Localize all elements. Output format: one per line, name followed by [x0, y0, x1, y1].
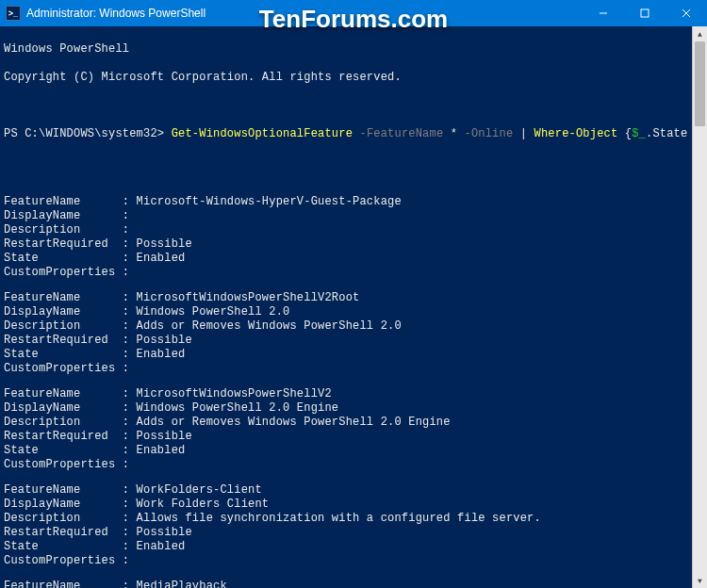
feature-row-restartrequired: RestartRequired : Possible	[4, 430, 703, 444]
feature-row-restartrequired: RestartRequired : Possible	[4, 237, 703, 252]
feature-row-displayname: DisplayName :	[4, 209, 703, 223]
feature-row-featurename: FeatureName : MicrosoftWindowsPowerShell…	[4, 387, 703, 401]
feature-row-displayname: DisplayName : Work Folders Client	[4, 498, 703, 512]
feature-row-state: State : Enabled	[4, 444, 703, 458]
feature-row-description: Description : Adds or Removes Windows Po…	[4, 319, 703, 334]
feature-row-featurename: FeatureName : Microsoft-Windows-HyperV-G…	[4, 195, 703, 209]
scroll-up-arrow[interactable]: ▲	[693, 26, 707, 41]
powershell-icon: >_	[6, 6, 21, 21]
feature-row-customproperties: CustomProperties :	[4, 362, 703, 376]
copyright-line: Copyright (C) Microsoft Corporation. All…	[4, 71, 703, 85]
feature-block: FeatureName : MicrosoftWindowsPowerShell…	[4, 291, 703, 376]
feature-row-state: State : Enabled	[4, 540, 703, 554]
feature-row-restartrequired: RestartRequired : Possible	[4, 334, 703, 348]
feature-row-customproperties: CustomProperties :	[4, 266, 703, 280]
feature-block: FeatureName : MicrosoftWindowsPowerShell…	[4, 387, 703, 472]
feature-row-customproperties: CustomProperties :	[4, 458, 703, 472]
feature-block: FeatureName : Microsoft-Windows-HyperV-G…	[4, 195, 703, 280]
window-titlebar: >_ Administrator: Windows PowerShell	[0, 0, 707, 26]
feature-row-description: Description :	[4, 223, 703, 237]
feature-row-description: Description : Allows file synchronizatio…	[4, 512, 703, 526]
feature-row-featurename: FeatureName : MediaPlayback	[4, 580, 703, 588]
scroll-track[interactable]	[693, 41, 707, 573]
maximize-button[interactable]	[624, 0, 666, 26]
vertical-scrollbar[interactable]: ▲ ▼	[692, 26, 707, 588]
feature-row-state: State : Enabled	[4, 348, 703, 362]
prompt-line: PS C:\WINDOWS\system32> Get-WindowsOptio…	[4, 127, 703, 141]
feature-row-customproperties: CustomProperties :	[4, 554, 703, 568]
feature-row-displayname: DisplayName : Windows PowerShell 2.0 Eng…	[4, 401, 703, 416]
close-button[interactable]	[666, 0, 707, 26]
scroll-down-arrow[interactable]: ▼	[693, 573, 707, 588]
feature-row-displayname: DisplayName : Windows PowerShell 2.0	[4, 305, 703, 319]
header-line: Windows PowerShell	[4, 42, 703, 57]
window-controls	[583, 0, 707, 26]
feature-row-featurename: FeatureName : MicrosoftWindowsPowerShell…	[4, 291, 703, 305]
feature-block: FeatureName : WorkFolders-ClientDisplayN…	[4, 483, 703, 568]
minimize-button[interactable]	[583, 0, 624, 26]
feature-row-restartrequired: RestartRequired : Possible	[4, 526, 703, 540]
feature-block: FeatureName : MediaPlaybackDisplayName :…	[4, 580, 703, 588]
window-title: Administrator: Windows PowerShell	[26, 7, 583, 20]
scroll-thumb[interactable]	[695, 41, 705, 126]
feature-row-featurename: FeatureName : WorkFolders-Client	[4, 483, 703, 498]
feature-row-state: State : Enabled	[4, 252, 703, 266]
feature-row-description: Description : Adds or Removes Windows Po…	[4, 416, 703, 430]
svg-rect-1	[641, 9, 649, 17]
terminal-output[interactable]: Windows PowerShell Copyright (C) Microso…	[0, 26, 707, 588]
